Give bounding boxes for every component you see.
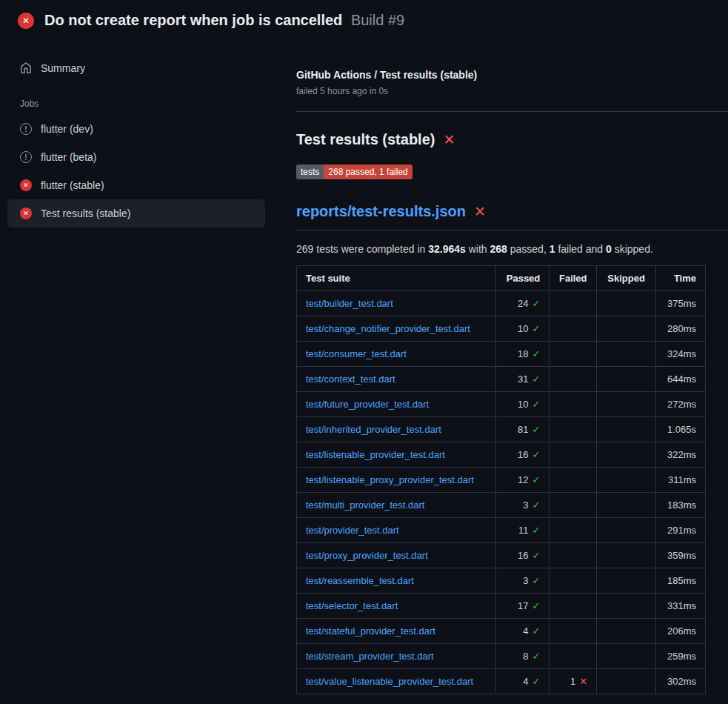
table-row: test/reassemble_test.dart 3✓ 185ms xyxy=(297,568,706,594)
x-circle-icon: ✕ xyxy=(18,13,34,29)
check-icon: ✓ xyxy=(532,499,540,511)
passed-cell: 10✓ xyxy=(496,392,550,417)
test-suite-link[interactable]: test/listenable_proxy_provider_test.dart xyxy=(306,474,474,485)
passed-cell: 3✓ xyxy=(496,493,550,518)
check-icon: ✓ xyxy=(532,625,540,637)
failed-cell xyxy=(550,619,597,644)
time-cell: 322ms xyxy=(656,442,706,468)
time-cell: 206ms xyxy=(656,619,706,644)
skipped-cell xyxy=(597,594,656,619)
page-content: Summary Jobs ! flutter (dev) ! flutter (… xyxy=(0,39,728,694)
failed-cell xyxy=(550,342,597,367)
skipped-cell xyxy=(597,367,656,392)
failed-cell xyxy=(550,417,597,442)
table-row: test/builder_test.dart 24✓ 375ms xyxy=(297,291,706,316)
skipped-cell xyxy=(597,493,656,518)
table-row: test/proxy_provider_test.dart 16✓ 359ms xyxy=(297,543,706,568)
passed-cell: 81✓ xyxy=(496,417,550,442)
failed-cell xyxy=(550,518,597,543)
test-suite-link[interactable]: test/context_test.dart xyxy=(306,373,395,385)
skipped-cell xyxy=(597,644,656,669)
alert-circle-icon: ! xyxy=(20,151,32,163)
test-suite-link[interactable]: test/future_provider_test.dart xyxy=(306,399,429,410)
jobs-list: ! flutter (dev) ! flutter (beta) ✕ flutt… xyxy=(0,115,273,228)
skipped-cell xyxy=(597,291,656,316)
table-row: test/stream_provider_test.dart 8✓ 259ms xyxy=(297,644,706,669)
failed-x-icon: ✕ xyxy=(443,133,455,147)
check-icon: ✓ xyxy=(532,424,540,435)
sidebar: Summary Jobs ! flutter (dev) ! flutter (… xyxy=(0,39,273,228)
passed-cell: 10✓ xyxy=(496,316,550,342)
check-icon: ✓ xyxy=(532,676,540,687)
test-suite-link[interactable]: test/reassemble_test.dart xyxy=(306,575,414,586)
test-suite-link[interactable]: test/provider_test.dart xyxy=(306,525,399,536)
passed-cell: 3✓ xyxy=(496,568,550,594)
home-icon xyxy=(20,62,32,74)
report-link[interactable]: reports/test-results.json xyxy=(296,203,466,220)
failed-x-icon: ✕ xyxy=(474,205,486,219)
build-title: Do not create report when job is cancell… xyxy=(44,12,404,29)
check-icon: ✓ xyxy=(532,651,540,662)
time-cell: 272ms xyxy=(656,392,706,417)
alert-circle-icon: ! xyxy=(20,123,32,135)
failed-cell xyxy=(550,392,597,417)
check-icon: ✓ xyxy=(532,399,540,410)
test-suite-link[interactable]: test/proxy_provider_test.dart xyxy=(306,550,428,561)
sidebar-item-flutter-stable[interactable]: ✕ flutter (stable) xyxy=(7,171,265,199)
test-suite-link[interactable]: test/multi_provider_test.dart xyxy=(306,499,424,511)
tests-badge: tests 268 passed, 1 failed xyxy=(296,165,413,179)
skipped-cell xyxy=(597,417,656,442)
sidebar-item-summary[interactable]: Summary xyxy=(7,54,265,82)
test-suite-link[interactable]: test/listenable_provider_test.dart xyxy=(306,449,445,460)
sidebar-summary-label: Summary xyxy=(41,62,85,74)
divider xyxy=(296,111,728,112)
build-number: Build #9 xyxy=(351,12,404,28)
header-passed: Passed xyxy=(496,266,550,291)
table-row: test/multi_provider_test.dart 3✓ 183ms xyxy=(297,493,706,518)
run-status-line: failed 5 hours ago in 0s xyxy=(296,86,728,96)
table-row: test/selector_test.dart 17✓ 331ms xyxy=(297,594,706,619)
test-suite-link[interactable]: test/value_listenable_provider_test.dart xyxy=(306,676,473,687)
skipped-cell xyxy=(597,669,656,694)
failed-cell xyxy=(550,291,597,316)
table-row: test/listenable_provider_test.dart 16✓ 3… xyxy=(297,442,706,468)
section-title-text: Test results (stable) xyxy=(296,131,435,148)
failed-cell xyxy=(550,543,597,568)
time-cell: 185ms xyxy=(656,568,706,594)
header-test-suite: Test suite xyxy=(297,266,496,291)
sidebar-item-flutter-beta[interactable]: ! flutter (beta) xyxy=(7,143,265,171)
check-icon: ✓ xyxy=(532,474,540,485)
sidebar-job-label: flutter (beta) xyxy=(41,151,96,163)
check-icon: ✓ xyxy=(532,600,540,611)
time-cell: 359ms xyxy=(656,543,706,568)
table-row: test/provider_test.dart 11✓ 291ms xyxy=(297,518,706,543)
check-icon: ✓ xyxy=(532,575,540,586)
build-header: ✕ Do not create report when job is cance… xyxy=(0,0,728,39)
time-cell: 302ms xyxy=(656,669,706,694)
skipped-cell xyxy=(597,518,656,543)
test-suite-link[interactable]: test/consumer_test.dart xyxy=(306,348,407,359)
time-cell: 280ms xyxy=(656,316,706,342)
check-icon: ✓ xyxy=(532,348,540,359)
table-row: test/consumer_test.dart 18✓ 324ms xyxy=(297,342,706,367)
skipped-cell xyxy=(597,468,656,493)
skipped-cell xyxy=(597,316,656,342)
sidebar-item-flutter-dev[interactable]: ! flutter (dev) xyxy=(7,115,265,143)
build-title-text: Do not create report when job is cancell… xyxy=(44,12,342,28)
check-icon: ✓ xyxy=(532,298,540,309)
test-suite-link[interactable]: test/builder_test.dart xyxy=(306,298,393,309)
header-failed: Failed xyxy=(550,266,597,291)
skipped-cell xyxy=(597,342,656,367)
skipped-cell xyxy=(597,543,656,568)
test-suite-link[interactable]: test/inherited_provider_test.dart xyxy=(306,424,441,435)
passed-cell: 4✓ xyxy=(496,669,550,694)
test-suite-link[interactable]: test/selector_test.dart xyxy=(306,600,398,611)
sidebar-item-test-results-stable[interactable]: ✕ Test results (stable) xyxy=(7,199,265,228)
test-suite-link[interactable]: test/stream_provider_test.dart xyxy=(306,651,434,662)
test-suite-link[interactable]: test/change_notifier_provider_test.dart xyxy=(306,323,470,334)
table-row: test/listenable_proxy_provider_test.dart… xyxy=(297,468,706,493)
test-suite-link[interactable]: test/stateful_provider_test.dart xyxy=(306,625,435,637)
x-circle-icon: ✕ xyxy=(20,207,32,219)
failed-cell xyxy=(550,568,597,594)
check-icon: ✓ xyxy=(532,525,540,536)
